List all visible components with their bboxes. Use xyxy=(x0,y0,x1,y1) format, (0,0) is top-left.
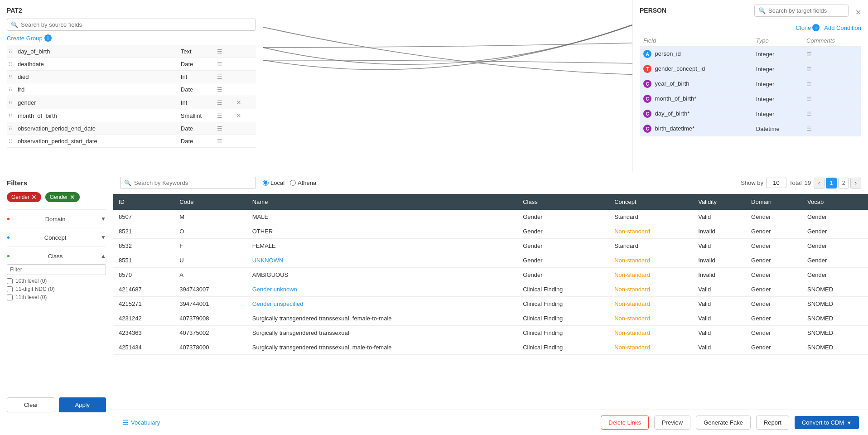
filter-class-label-11th: 11th level (0) xyxy=(15,294,47,300)
filter-class-checkbox-11digit[interactable] xyxy=(7,286,13,292)
concept-type: Non-standard xyxy=(609,268,693,282)
concept-name: Gender unknown xyxy=(247,282,517,297)
concept-validity: Valid xyxy=(693,282,746,297)
radio-local[interactable] xyxy=(263,180,269,186)
source-search-icon: 🔍 xyxy=(11,21,18,28)
target-comment-icon[interactable]: ☰ xyxy=(806,111,812,117)
filter-domain-header[interactable]: • Domain ▼ xyxy=(7,214,106,223)
delete-links-button[interactable]: Delete Links xyxy=(601,416,649,430)
concept-table-row: 8507 M MALE Gender Standard Valid Gender… xyxy=(113,210,868,224)
filter-tag-gender-red[interactable]: Gender ✕ xyxy=(7,192,41,202)
source-field-name: gender xyxy=(16,96,179,109)
concept-type: Non-standard xyxy=(609,326,693,340)
concept-name-link[interactable]: Gender unspecified xyxy=(252,300,304,307)
comment-icon[interactable]: ☰ xyxy=(217,138,222,145)
target-table-row: C day_of_birth* Integer ☰ xyxy=(640,106,861,121)
concept-validity: Valid xyxy=(693,239,746,253)
concept-type: Non-standard xyxy=(609,340,693,355)
filter-tag-green-close[interactable]: ✕ xyxy=(70,194,75,200)
filter-section-class: • Class ▲ 10th level (0) 11-digit NDC (0… xyxy=(7,246,106,307)
target-field-name: T gender_concept_id xyxy=(640,62,752,77)
concept-class: Gender xyxy=(517,224,609,239)
source-search-box[interactable]: 🔍 xyxy=(7,19,256,31)
target-actions: Clone i Add Condition xyxy=(640,24,861,31)
filter-class-checkbox-11th[interactable] xyxy=(7,295,13,300)
comment-icon[interactable]: ☰ xyxy=(217,112,222,119)
concept-type: Non-standard xyxy=(609,253,693,268)
concept-class: Gender xyxy=(517,239,609,253)
comment-icon[interactable]: ☰ xyxy=(217,99,222,106)
target-table-row: T gender_concept_id Integer ☰ xyxy=(640,62,861,77)
concept-vocab: Gender xyxy=(802,253,868,268)
close-target-icon[interactable]: ✕ xyxy=(855,8,861,17)
filter-class-label: Class xyxy=(48,253,63,260)
target-col-comments: Comments xyxy=(803,35,861,47)
comment-icon[interactable]: ☰ xyxy=(217,73,222,80)
vocabulary-link[interactable]: ☰ Vocabulary xyxy=(122,418,160,427)
filter-class-input[interactable] xyxy=(7,264,106,275)
concept-vocab: SNOMED xyxy=(802,297,868,311)
generate-fake-button[interactable]: Generate Fake xyxy=(696,416,751,430)
clear-button[interactable]: Clear xyxy=(7,397,55,412)
filter-tag-gender-green[interactable]: Gender ✕ xyxy=(45,192,80,202)
preview-button[interactable]: Preview xyxy=(654,416,690,430)
concept-name: Surgically transgendered transsexual, fe… xyxy=(247,311,517,326)
target-title: PERSON xyxy=(640,7,666,14)
show-by-input[interactable] xyxy=(766,178,786,188)
target-search-box[interactable]: 🔍 xyxy=(754,5,849,17)
concept-domain: Gender xyxy=(746,282,802,297)
field-disconnect-btn[interactable]: ✕ xyxy=(235,112,243,119)
create-group-link[interactable]: Create Group i xyxy=(7,34,256,42)
drag-handle: ⠿ xyxy=(9,49,12,54)
concept-domain: Gender xyxy=(746,340,802,355)
target-comment-icon[interactable]: ☰ xyxy=(806,126,812,132)
filter-class-header[interactable]: • Class ▲ xyxy=(7,251,106,261)
field-disconnect-btn[interactable]: ✕ xyxy=(235,99,243,106)
vocabulary-icon: ☰ xyxy=(122,418,129,427)
pagination-page-2[interactable]: 2 xyxy=(838,178,849,188)
source-field-type: Text xyxy=(179,45,215,58)
concept-standard-value: Non-standard xyxy=(614,271,650,278)
drag-handle: ⠿ xyxy=(9,113,12,119)
filter-tags-area: Gender ✕ Gender ✕ xyxy=(7,192,106,206)
pagination-next[interactable]: › xyxy=(850,178,861,188)
concept-id: 4214687 xyxy=(113,282,174,297)
drag-handle: ⠿ xyxy=(9,87,12,92)
clone-link[interactable]: Clone i xyxy=(796,24,820,31)
concept-name-link[interactable]: UNKNOWN xyxy=(252,257,284,264)
search-source-radio-group: Local Athena xyxy=(263,179,316,186)
comment-icon[interactable]: ☰ xyxy=(217,86,222,93)
target-comment-icon[interactable]: ☰ xyxy=(806,81,812,87)
source-panel: PAT2 🔍 Create Group i ⠿ day_of_birth Tex… xyxy=(0,0,263,172)
radio-athena[interactable] xyxy=(290,180,296,186)
add-condition-link[interactable]: Add Condition xyxy=(824,24,861,31)
concept-code: M xyxy=(174,210,246,224)
filter-class-checkbox-10th[interactable] xyxy=(7,278,13,284)
keyword-search-box[interactable]: 🔍 xyxy=(120,177,256,189)
target-comment-icon[interactable]: ☰ xyxy=(806,51,812,58)
apply-button[interactable]: Apply xyxy=(59,397,106,412)
pagination-prev[interactable]: ‹ xyxy=(814,178,825,188)
convert-cdm-button[interactable]: Convert to CDM ▼ xyxy=(795,416,859,429)
pagination-page-1[interactable]: 1 xyxy=(826,178,837,188)
radio-athena-label[interactable]: Athena xyxy=(290,179,316,186)
keyword-search-input[interactable] xyxy=(134,179,252,186)
comment-icon[interactable]: ☰ xyxy=(217,125,222,132)
source-field-name: frd xyxy=(16,83,179,96)
filter-concept-header[interactable]: • Concept ▼ xyxy=(7,233,106,242)
target-search-input[interactable] xyxy=(768,7,844,14)
concept-validity: Valid xyxy=(693,340,746,355)
concept-vocab: SNOMED xyxy=(802,340,868,355)
col-name: Name xyxy=(247,194,517,210)
report-button[interactable]: Report xyxy=(756,416,789,430)
filter-domain-chevron: ▼ xyxy=(101,216,106,222)
radio-local-label[interactable]: Local xyxy=(263,179,285,186)
target-comment-icon[interactable]: ☰ xyxy=(806,66,812,72)
comment-icon[interactable]: ☰ xyxy=(217,61,222,68)
target-comment-icon[interactable]: ☰ xyxy=(806,96,812,102)
source-search-input[interactable] xyxy=(21,21,252,28)
concept-domain: Gender xyxy=(746,210,802,224)
comment-icon[interactable]: ☰ xyxy=(217,48,222,55)
concept-name-link[interactable]: Gender unknown xyxy=(252,286,297,293)
filter-tag-red-close[interactable]: ✕ xyxy=(31,194,37,200)
